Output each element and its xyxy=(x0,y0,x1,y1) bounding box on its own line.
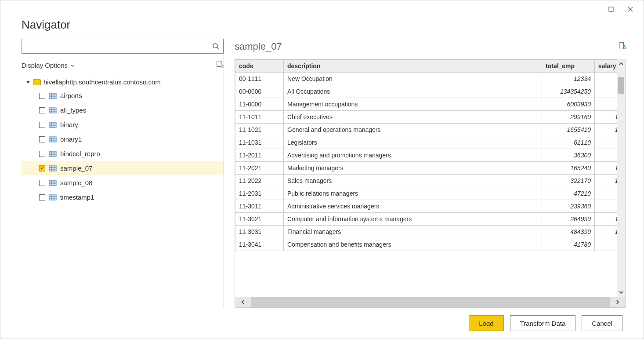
tree-item[interactable]: sample_07 xyxy=(22,161,224,175)
column-header[interactable]: description xyxy=(284,60,542,73)
cell: 41780 xyxy=(542,238,595,251)
table-row[interactable]: 11-3011Administrative services managers2… xyxy=(235,200,626,213)
cell: Chief executives xyxy=(284,111,542,124)
cell: Compensation and benefits managers xyxy=(284,238,542,251)
cell: 11-0000 xyxy=(235,98,284,111)
cell: 11-2011 xyxy=(235,149,284,162)
table-row[interactable]: 11-1021General and operations managers16… xyxy=(235,124,626,136)
load-button[interactable]: Load xyxy=(469,315,503,331)
transform-data-button[interactable]: Transform Data xyxy=(510,315,576,331)
scroll-right-icon[interactable] xyxy=(610,297,626,307)
cell: 11-2022 xyxy=(235,175,284,187)
collapse-icon[interactable] xyxy=(26,78,30,86)
refresh-preview-icon[interactable] xyxy=(216,60,224,70)
table-row[interactable]: 11-3041Compensation and benefits manager… xyxy=(235,238,626,251)
table-row[interactable]: 11-2031Public relations managers472109 xyxy=(235,187,626,200)
preview-pane: sample_07 codedescriptiontotal_empsalary xyxy=(235,39,626,308)
svg-rect-42 xyxy=(49,195,56,200)
cell: 00-0000 xyxy=(235,85,284,98)
cell: 239360 xyxy=(542,200,595,213)
table-icon xyxy=(49,165,57,171)
titlebar xyxy=(0,0,644,18)
checkbox[interactable] xyxy=(39,107,45,113)
maximize-button[interactable] xyxy=(601,3,621,15)
source-tree: hivellaphttp.southcentralus.contoso.com … xyxy=(22,76,224,308)
checkbox[interactable] xyxy=(39,194,45,200)
checkbox[interactable] xyxy=(39,165,45,171)
scroll-down-icon[interactable] xyxy=(619,288,624,297)
hscroll-thumb[interactable] xyxy=(251,297,610,307)
tree-item[interactable]: airports xyxy=(22,88,224,103)
tree-item-label: bindcol_repro xyxy=(60,150,100,157)
horizontal-scrollbar[interactable] xyxy=(235,297,626,307)
cell: 264990 xyxy=(542,213,595,226)
close-button[interactable] xyxy=(621,3,640,15)
display-options-label: Display Options xyxy=(22,62,68,69)
chevron-down-icon xyxy=(70,62,75,69)
table-row[interactable]: 11-0000Management occupations60039309 xyxy=(235,98,626,111)
search-input[interactable] xyxy=(22,43,208,50)
svg-rect-22 xyxy=(49,137,56,142)
tree-item-label: airports xyxy=(60,92,82,99)
cell: 11-2021 xyxy=(235,162,284,175)
table-row[interactable]: 11-1031Legislators611103 xyxy=(235,136,626,149)
tree-item[interactable]: sample_08 xyxy=(22,175,224,190)
display-options-dropdown[interactable]: Display Options xyxy=(22,62,75,69)
folder-icon xyxy=(33,79,41,85)
table-row[interactable]: 11-2021Marketing managers16524011 xyxy=(235,162,626,175)
cell: 322170 xyxy=(542,175,595,187)
checkbox[interactable] xyxy=(39,151,45,157)
checkbox[interactable] xyxy=(39,180,45,186)
svg-rect-12 xyxy=(49,108,56,113)
svg-rect-32 xyxy=(49,166,56,171)
cell: 1655410 xyxy=(542,124,595,136)
search-box[interactable] xyxy=(22,39,224,54)
scroll-thumb[interactable] xyxy=(618,77,624,94)
cancel-button[interactable]: Cancel xyxy=(582,315,622,331)
cell: 36300 xyxy=(542,149,595,162)
table-row[interactable]: 11-3031Financial managers48439010 xyxy=(235,226,626,238)
svg-rect-37 xyxy=(49,180,56,186)
svg-rect-0 xyxy=(609,7,613,11)
cell: 11-1011 xyxy=(235,111,284,124)
tree-item[interactable]: bindcol_repro xyxy=(22,146,224,161)
dialog-footer: Load Transform Data Cancel xyxy=(0,308,644,339)
cell: Public relations managers xyxy=(284,187,542,200)
checkbox[interactable] xyxy=(39,93,45,99)
search-icon[interactable] xyxy=(208,39,223,53)
tree-item[interactable]: binary1 xyxy=(22,132,224,146)
table-icon xyxy=(49,151,57,157)
cell: General and operations managers xyxy=(284,124,542,136)
table-icon xyxy=(49,93,57,99)
tree-item-label: binary1 xyxy=(60,135,82,143)
refresh-icon[interactable] xyxy=(618,42,626,51)
scroll-up-icon[interactable] xyxy=(619,59,624,68)
tree-root-node[interactable]: hivellaphttp.southcentralus.contoso.com xyxy=(22,76,224,88)
cell: 134354250 xyxy=(542,85,595,98)
cell: 11-1031 xyxy=(235,136,284,149)
tree-item[interactable]: all_types xyxy=(22,103,224,117)
cell: Administrative services managers xyxy=(284,200,542,213)
checkbox[interactable] xyxy=(39,136,45,142)
tree-item[interactable]: binary xyxy=(22,117,224,132)
preview-table-container: codedescriptiontotal_empsalary 00-1111Ne… xyxy=(235,59,626,308)
checkbox[interactable] xyxy=(39,122,45,128)
column-header[interactable]: total_emp xyxy=(542,60,595,73)
table-row[interactable]: 11-3021Computer and information systems … xyxy=(235,213,626,226)
table-row[interactable]: 11-2022Sales managers32217010 xyxy=(235,175,626,187)
cell: All Occupations xyxy=(284,85,542,98)
table-row[interactable]: 00-0000All Occupations1343542504 xyxy=(235,85,626,98)
table-row[interactable]: 11-2011Advertising and promotions manage… xyxy=(235,149,626,162)
table-row[interactable]: 11-1011Chief executives29916015 xyxy=(235,111,626,124)
scroll-left-icon[interactable] xyxy=(235,297,251,307)
tree-item[interactable]: timestamp1 xyxy=(22,190,224,204)
table-row[interactable]: 00-1111New Occupation12334 xyxy=(235,73,626,85)
tree-root-label: hivellaphttp.southcentralus.contoso.com xyxy=(43,78,161,86)
tree-item-label: sample_07 xyxy=(60,164,92,172)
pane-divider xyxy=(224,39,224,308)
cell: Legislators xyxy=(284,136,542,149)
vertical-scrollbar[interactable] xyxy=(617,59,626,297)
column-header[interactable]: code xyxy=(235,60,284,73)
cell: 11-2031 xyxy=(235,187,284,200)
table-icon xyxy=(49,180,57,186)
